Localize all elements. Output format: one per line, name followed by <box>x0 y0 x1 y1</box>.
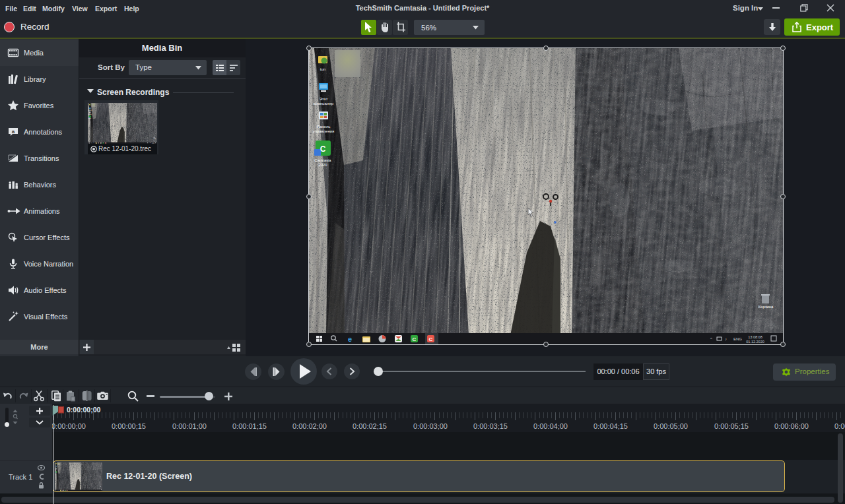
svg-text:a: a <box>12 129 15 135</box>
